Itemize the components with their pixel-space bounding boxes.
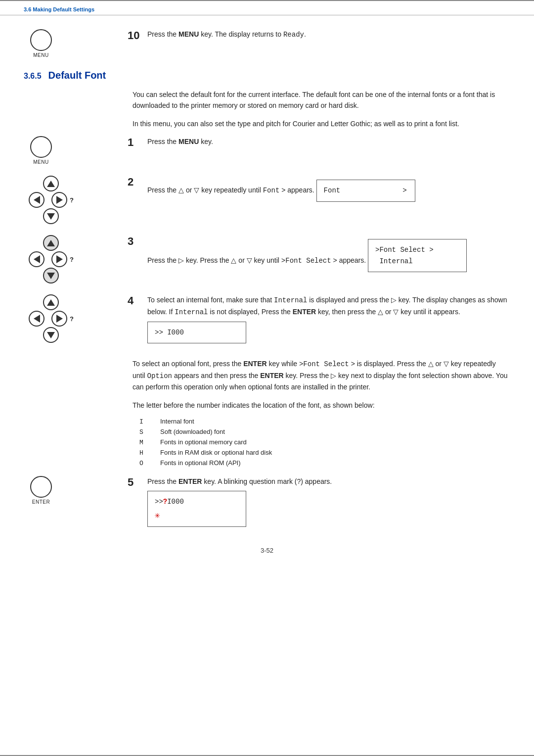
page-footer: 3-52 xyxy=(0,542,534,562)
question-mark-step4: ? xyxy=(70,315,74,323)
font-letters-list: I Internal font S Soft (downloaded) font… xyxy=(133,418,510,467)
display-box-step3: >Font Select > Internal xyxy=(368,239,467,272)
step-1-left: MENU xyxy=(24,136,128,165)
step-1-number: 1 xyxy=(128,136,142,149)
step-4-left: ? xyxy=(24,294,128,343)
display-box-step4: >> I000 xyxy=(147,322,246,343)
nav-cluster-step2: ? xyxy=(29,176,74,224)
step-3-number: 3 xyxy=(128,235,142,248)
step-10-row: MENU 10 Press the MENU key. The display … xyxy=(24,29,510,58)
nav-middle-row: ? xyxy=(29,192,74,208)
step-3-content: Press the ▷ key. Press the △ or ▽ key un… xyxy=(147,235,510,276)
menu-circle-step1 xyxy=(30,136,52,158)
font-letter-H: H Fonts in RAM disk or optional hard dis… xyxy=(133,449,510,457)
font-letter-O: O Fonts in optional ROM (API) xyxy=(133,459,510,467)
question-mark: ? xyxy=(70,196,74,204)
left-arrow-btn xyxy=(29,192,44,208)
optional-font-paragraph: To select an optional font, press the EN… xyxy=(133,358,510,392)
step-1-text: Press the MENU key. xyxy=(147,136,510,147)
down-arrow-btn-step4 xyxy=(43,327,59,343)
step-10-left: MENU xyxy=(24,29,128,58)
step-10-number: 10 xyxy=(128,29,142,42)
enter-circle xyxy=(30,476,52,498)
up-arrow-btn xyxy=(43,176,59,191)
step-5-row: ENTER 5 Press the ENTER key. A blinking … xyxy=(24,476,510,531)
font-letter-I: I Internal font xyxy=(133,418,510,425)
description-1: You can select the default font for the … xyxy=(133,89,510,111)
step-5-left: ENTER xyxy=(24,476,128,505)
enter-icon-step5: ENTER xyxy=(24,476,58,505)
step-2-row: ? 2 Press the △ or ▽ key repeatedly unti… xyxy=(24,176,510,224)
right-arrow-btn-step4 xyxy=(51,311,67,327)
step-5-content: Press the ENTER key. A blinking question… xyxy=(147,476,510,531)
step-2-left: ? xyxy=(24,176,128,224)
step-10-text: Press the MENU key. The display returns … xyxy=(147,29,510,40)
down-arrow-btn xyxy=(43,208,59,224)
step-4-number: 4 xyxy=(128,294,142,307)
step-2-number: 2 xyxy=(128,176,142,189)
menu-icon-step10: MENU xyxy=(24,29,58,58)
down-arrow-btn-step3 xyxy=(43,268,59,284)
step-3-left: ? xyxy=(24,235,128,284)
step-5-number: 5 xyxy=(128,476,142,489)
nav-cluster-step4: ? xyxy=(29,294,74,343)
page-number: 3-52 xyxy=(261,547,273,554)
font-letter-S: S Soft (downloaded) font xyxy=(133,428,510,436)
step-1-row: MENU 1 Press the MENU key. xyxy=(24,136,510,165)
menu-icon-step1: MENU xyxy=(24,136,58,165)
font-letter-M: M Fonts in optional memory card xyxy=(133,438,510,446)
up-arrow-btn-step3 xyxy=(43,235,59,251)
up-arrow-btn-step4 xyxy=(43,294,59,310)
letter-prefix-text: The letter before the number indicates t… xyxy=(133,400,510,411)
display-box-step5: >>?I000✳ xyxy=(147,491,246,527)
step-3-row: ? 3 Press the ▷ key. Press the △ or ▽ ke… xyxy=(24,235,510,284)
section-number: 3.6.5 xyxy=(24,72,42,81)
breadcrumb: 3.6 Making Default Settings xyxy=(24,6,94,12)
section-title: Default Font xyxy=(48,70,106,81)
nav-middle-row-step4: ? xyxy=(29,311,74,327)
left-arrow-btn-step4 xyxy=(29,311,44,327)
description-2: In this menu, you can also set the type … xyxy=(133,118,510,129)
nav-cluster-step3: ? xyxy=(29,235,74,284)
step-4-row: ? 4 To select an internal font, make sur… xyxy=(24,294,510,347)
step-2-content: Press the △ or ▽ key repeatedly until Fo… xyxy=(147,176,510,205)
display-box-step2: Font > xyxy=(316,180,415,201)
section-heading: 3.6.5 Default Font xyxy=(24,70,510,81)
right-arrow-btn xyxy=(51,192,67,208)
question-mark-step3: ? xyxy=(70,256,74,263)
left-arrow-btn-step3 xyxy=(29,251,44,267)
step-4-content: To select an internal font, make sure th… xyxy=(147,294,510,347)
right-arrow-btn-step3 xyxy=(51,251,67,267)
nav-middle-row-step3: ? xyxy=(29,251,74,267)
menu-circle xyxy=(30,29,52,51)
